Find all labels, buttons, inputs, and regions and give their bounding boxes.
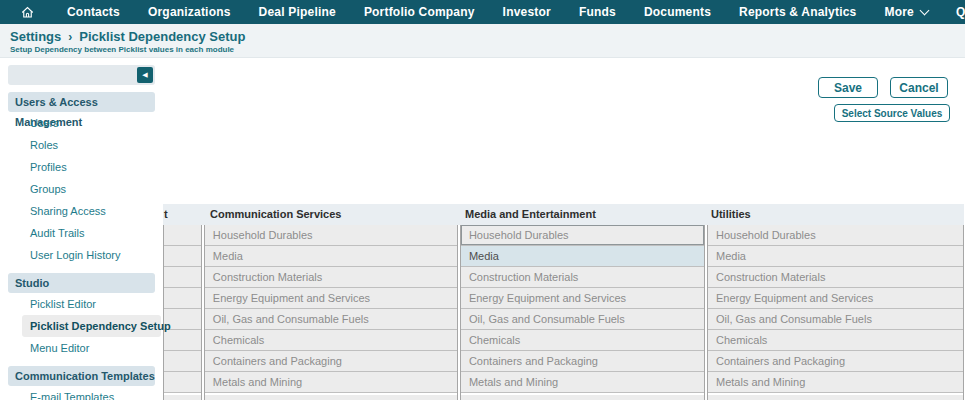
settings-sidebar: ◀ Users & Access ManagementUsersRolesPro… [0, 58, 163, 400]
sidebar-item-profiles[interactable]: Profiles [0, 156, 163, 178]
nav-item-reports-analytics[interactable]: Reports & Analytics [739, 5, 856, 19]
sidebar-item-e-mail-templates[interactable]: E-mail Templates [0, 386, 163, 400]
table-cell[interactable] [164, 330, 201, 351]
nav-item-label: Reports & Analytics [739, 5, 856, 19]
table-cell[interactable]: Metals and Mining [461, 372, 704, 393]
breadcrumb-bar: Settings›Picklist Dependency Setup Setup… [0, 24, 965, 58]
page-subtitle: Setup Dependency between Picklist values… [10, 45, 965, 54]
table-column-communication-services: Household DurablesMediaConstruction Mate… [204, 225, 458, 400]
sidebar-item-picklist-editor[interactable]: Picklist Editor [0, 293, 163, 315]
nav-item-label: Documents [644, 5, 711, 19]
picklist-dependency-table: tCommunication ServicesMedia and Enterta… [163, 204, 964, 400]
table-body: Household DurablesMediaConstruction Mate… [163, 225, 964, 400]
table-column-media-and-entertainment: Household DurablesMediaConstruction Mate… [460, 225, 705, 400]
cancel-button[interactable]: Cancel [890, 77, 948, 98]
table-cell[interactable]: Energy Equipment and Services [205, 288, 457, 309]
breadcrumb: Settings›Picklist Dependency Setup [10, 29, 965, 45]
main-panel: Save Cancel Select Source Values tCommun… [163, 58, 965, 400]
nav-item-contacts[interactable]: Contacts [67, 5, 120, 19]
table-cell[interactable] [164, 288, 201, 309]
table-cell[interactable]: Oil, Gas and Consumable Fuels [205, 309, 457, 330]
sidebar-item-groups[interactable]: Groups [0, 178, 163, 200]
table-cell[interactable]: Energy Equipment and Services [708, 288, 963, 309]
nav-item-quick-create[interactable]: Quick Create [956, 5, 965, 19]
table-cell[interactable]: Household Durables [461, 225, 704, 246]
table-cell[interactable]: Chemicals [205, 330, 457, 351]
table-cell[interactable]: Media [205, 246, 457, 267]
sidebar-item-menu-editor[interactable]: Menu Editor [0, 337, 163, 359]
table-cell[interactable]: Energy Equipment and Services [461, 288, 704, 309]
table-cell[interactable]: Chemicals [461, 330, 704, 351]
app-window: ContactsOrganizationsDeal PipelinePortfo… [0, 0, 965, 400]
nav-item-deal-pipeline[interactable]: Deal Pipeline [259, 5, 336, 19]
sidebar-item-sharing-access[interactable]: Sharing Access [0, 200, 163, 222]
table-column-utilities: Household DurablesMediaConstruction Mate… [707, 225, 964, 400]
sidebar-item-roles[interactable]: Roles [0, 134, 163, 156]
nav-item-label: Contacts [67, 5, 120, 19]
content-area: ◀ Users & Access ManagementUsersRolesPro… [0, 58, 965, 400]
select-source-values-button[interactable]: Select Source Values [834, 104, 950, 122]
table-cell[interactable]: Construction Materials [708, 267, 963, 288]
top-nav-items: ContactsOrganizationsDeal PipelinePortfo… [53, 5, 965, 19]
nav-item-label: Deal Pipeline [259, 5, 336, 19]
table-column-clipped [163, 225, 202, 400]
table-cell[interactable]: Construction Materials [205, 267, 457, 288]
nav-item-label: Portfolio Company [364, 5, 475, 19]
table-cell[interactable] [164, 351, 201, 372]
nav-item-label: Funds [579, 5, 616, 19]
table-header-clipped: t [163, 204, 202, 225]
top-nav: ContactsOrganizationsDeal PipelinePortfo… [0, 0, 965, 24]
nav-item-more[interactable]: More [884, 5, 927, 19]
save-button[interactable]: Save [818, 77, 878, 98]
table-cell[interactable]: Household Durables [205, 225, 457, 246]
nav-item-label: Investor [503, 5, 551, 19]
table-header-utilities: Utilities [703, 204, 961, 225]
nav-item-funds[interactable]: Funds [579, 5, 616, 19]
sidebar-section-users-access-management[interactable]: Users & Access Management [8, 92, 155, 112]
breadcrumb-separator-icon: › [68, 30, 72, 44]
table-cell[interactable]: Metals and Mining [708, 372, 963, 393]
sidebar-item-picklist-dependency-setup[interactable]: Picklist Dependency Setup [22, 315, 161, 337]
table-cell[interactable] [164, 267, 201, 288]
table-header-row: tCommunication ServicesMedia and Enterta… [163, 204, 964, 225]
sidebar-item-user-login-history[interactable]: User Login History [0, 244, 163, 266]
nav-item-organizations[interactable]: Organizations [148, 5, 231, 19]
sidebar-sections: Users & Access ManagementUsersRolesProfi… [0, 92, 163, 400]
nav-item-label: Quick Create [956, 5, 965, 19]
table-cell[interactable]: Media [708, 246, 963, 267]
table-cell[interactable]: Oil, Gas and Consumable Fuels [461, 309, 704, 330]
table-cell[interactable]: Containers and Packaging [461, 351, 704, 372]
sidebar-section-studio[interactable]: Studio [8, 273, 155, 293]
table-cell-clipped[interactable] [164, 395, 201, 400]
table-cell-clipped[interactable] [461, 395, 704, 400]
nav-item-investor[interactable]: Investor [503, 5, 551, 19]
table-cell-clipped[interactable] [205, 395, 457, 400]
chevron-down-icon [919, 6, 929, 16]
sidebar-collapse-bar: ◀ [8, 65, 155, 85]
table-cell[interactable]: Construction Materials [461, 267, 704, 288]
table-cell[interactable]: Oil, Gas and Consumable Fuels [708, 309, 963, 330]
breadcrumb-current: Picklist Dependency Setup [79, 29, 245, 44]
table-cell[interactable] [164, 246, 201, 267]
table-cell[interactable]: Media [461, 246, 704, 267]
collapse-left-icon: ◀ [142, 71, 147, 78]
table-cell[interactable]: Chemicals [708, 330, 963, 351]
nav-item-documents[interactable]: Documents [644, 5, 711, 19]
table-cell[interactable]: Containers and Packaging [205, 351, 457, 372]
table-header-communication-services: Communication Services [202, 204, 457, 225]
table-cell[interactable]: Metals and Mining [205, 372, 457, 393]
table-cell[interactable]: Containers and Packaging [708, 351, 963, 372]
nav-item-label: Organizations [148, 5, 231, 19]
table-cell[interactable]: Household Durables [708, 225, 963, 246]
table-cell[interactable] [164, 225, 201, 246]
nav-item-label: More [884, 5, 913, 19]
nav-item-portfolio-company[interactable]: Portfolio Company [364, 5, 475, 19]
sidebar-collapse-button[interactable]: ◀ [137, 67, 153, 83]
sidebar-item-audit-trails[interactable]: Audit Trails [0, 222, 163, 244]
table-cell[interactable] [164, 372, 201, 393]
home-icon[interactable] [20, 4, 35, 20]
table-cell-clipped[interactable] [708, 395, 963, 400]
breadcrumb-settings-link[interactable]: Settings [10, 29, 61, 44]
table-header-media-and-entertainment: Media and Entertainment [457, 204, 703, 225]
sidebar-section-communication-templates[interactable]: Communication Templates [8, 366, 155, 386]
